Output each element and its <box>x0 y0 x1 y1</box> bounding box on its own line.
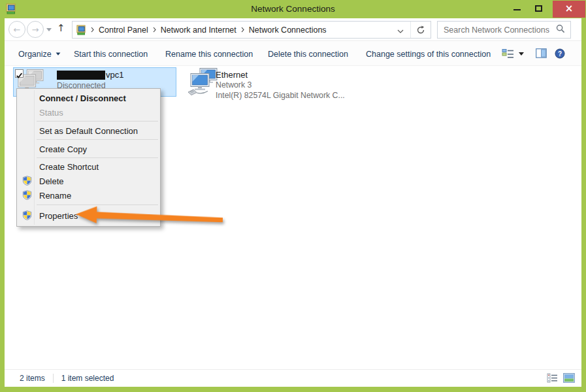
titlebar[interactable]: Network Connections × <box>0 0 586 18</box>
breadcrumb-chevron-icon <box>91 27 94 33</box>
view-options-dropdown[interactable] <box>519 52 524 56</box>
uac-shield-icon <box>22 210 32 220</box>
menu-item-set-default[interactable]: Set as Default Connection <box>18 123 159 138</box>
menu-separator <box>37 121 158 122</box>
chevron-down-icon <box>519 52 524 56</box>
chevron-down-icon <box>56 52 60 55</box>
help-button[interactable]: ? <box>555 48 565 61</box>
menu-item-connect-disconnect[interactable]: Connect / Disconnect <box>18 91 159 105</box>
view-options-button[interactable] <box>502 48 515 62</box>
help-icon: ? <box>555 48 565 59</box>
breadcrumb[interactable]: Control Panel Network and Internet Netwo… <box>72 21 431 39</box>
checkmark-icon <box>16 72 23 79</box>
uac-shield-icon <box>22 176 32 186</box>
thumbnail-view-icon <box>563 373 575 383</box>
large-icons-view-toggle[interactable] <box>563 373 575 385</box>
breadcrumb-item-network-connections[interactable]: Network Connections <box>249 25 327 35</box>
svg-text:?: ? <box>558 50 562 57</box>
start-connection-button[interactable]: Start this connection <box>74 42 148 66</box>
address-dropdown[interactable] <box>397 24 404 36</box>
command-bar: Organize Start this connection Rename th… <box>5 42 581 66</box>
up-button[interactable]: ↑ <box>57 22 65 34</box>
chevron-down-icon <box>397 29 404 33</box>
search-box[interactable] <box>437 21 571 39</box>
breadcrumb-item-network-and-internet[interactable]: Network and Internet <box>161 25 236 35</box>
menu-item-rename[interactable]: Rename <box>18 188 159 203</box>
minimize-button[interactable] <box>507 0 528 18</box>
uac-shield-icon <box>22 190 32 200</box>
breadcrumb-chevron-icon <box>153 27 156 33</box>
address-bar-row: ← → ↑ Control Panel Network and Internet <box>5 18 581 41</box>
preview-pane-button[interactable] <box>536 48 547 61</box>
search-input[interactable] <box>438 25 556 35</box>
organize-label: Organize <box>18 50 52 59</box>
delete-connection-button[interactable]: Delete this connection <box>268 42 348 66</box>
items-count: 2 items <box>20 374 45 383</box>
refresh-button[interactable] <box>410 22 431 38</box>
network-connections-window: Network Connections × ← → ↑ Cont <box>0 0 586 392</box>
details-view-toggle[interactable] <box>547 373 558 385</box>
menu-item-create-copy[interactable]: Create Copy <box>18 142 159 156</box>
breadcrumb-item-control-panel[interactable]: Control Panel <box>99 25 148 35</box>
window-title: Network Connections <box>0 0 586 18</box>
minimize-icon <box>513 9 521 10</box>
network-connection-icon <box>76 25 86 35</box>
close-icon: × <box>553 1 585 18</box>
back-button[interactable]: ← <box>8 21 25 38</box>
annotation-arrow-icon <box>73 204 225 231</box>
menu-separator <box>37 157 158 158</box>
connection-device: Intel(R) 82574L Gigabit Network C... <box>216 91 345 100</box>
window-body: ← → ↑ Control Panel Network and Internet <box>5 18 581 387</box>
menu-item-status: Status <box>18 105 159 120</box>
maximize-icon <box>535 5 542 12</box>
selected-count: 1 item selected <box>61 374 114 383</box>
rename-connection-button[interactable]: Rename this connection <box>165 42 253 66</box>
breadcrumb-chevron-icon <box>241 27 244 33</box>
connection-tile-ethernet[interactable]: Ethernet Network 3 Intel(R) 82574L Gigab… <box>185 67 356 99</box>
connection-name: vpc1 <box>57 70 123 80</box>
preview-pane-icon <box>536 48 547 58</box>
details-view-icon <box>502 48 515 59</box>
forward-button[interactable]: → <box>27 21 44 38</box>
connection-name: Ethernet <box>216 70 248 80</box>
search-icon[interactable] <box>556 24 565 36</box>
refresh-icon <box>416 25 425 35</box>
change-settings-button[interactable]: Change settings of this connection <box>366 42 491 66</box>
close-button[interactable]: × <box>553 1 585 18</box>
status-bar: 2 items 1 item selected <box>5 369 581 387</box>
status-divider <box>53 374 54 383</box>
menu-item-create-shortcut[interactable]: Create Shortcut <box>18 159 159 174</box>
chevron-down-icon <box>46 28 52 31</box>
organize-menu-button[interactable]: Organize <box>18 42 61 66</box>
history-dropdown[interactable] <box>46 28 52 31</box>
connection-network: Network 3 <box>216 80 252 90</box>
ethernet-network-icon <box>187 68 218 97</box>
maximize-button[interactable] <box>529 0 549 18</box>
menu-item-delete[interactable]: Delete <box>18 174 159 188</box>
details-view-icon <box>547 373 558 383</box>
redaction-bar <box>57 71 105 80</box>
selection-checkbox[interactable] <box>15 69 24 78</box>
menu-separator <box>37 139 158 140</box>
